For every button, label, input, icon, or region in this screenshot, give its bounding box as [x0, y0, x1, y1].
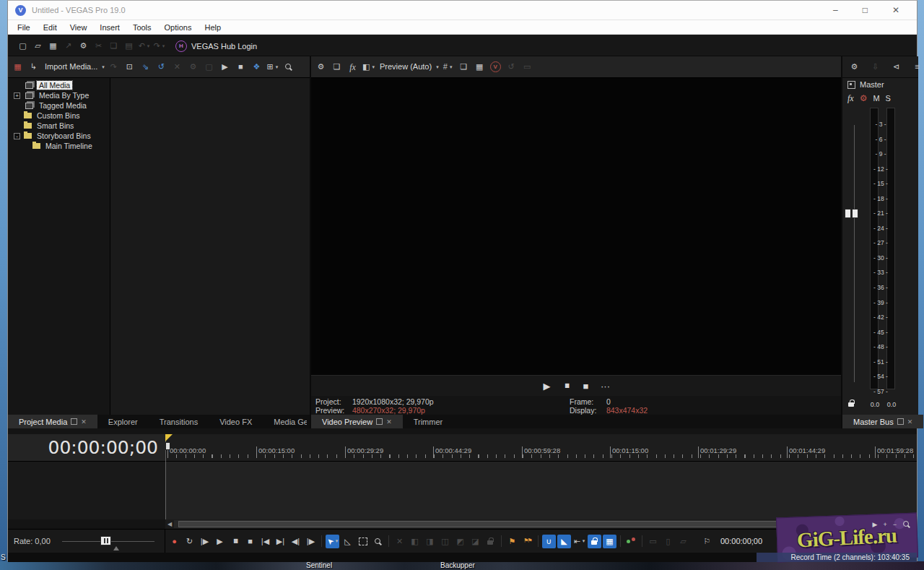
tab-explorer[interactable]: Explorer: [97, 415, 149, 428]
save-snapshot-icon[interactable]: ▦: [473, 60, 487, 74]
pin-icon[interactable]: [71, 418, 77, 425]
playhead-pin[interactable]: [165, 442, 170, 450]
desktop-icon-label[interactable]: Backupper: [440, 561, 475, 569]
play-from-start-button[interactable]: |▶: [198, 535, 212, 548]
redo-icon-dropdown[interactable]: ▾: [162, 43, 165, 49]
envelope-edit-tool[interactable]: ◺: [341, 535, 354, 548]
menu-file[interactable]: File: [11, 22, 37, 33]
dim-output-icon[interactable]: ⊲: [889, 60, 903, 74]
open-project-icon[interactable]: ▱: [31, 39, 45, 53]
project-properties-icon[interactable]: ⚙: [314, 60, 328, 74]
tree-item-main-timeline[interactable]: Main Timeline: [8, 141, 110, 151]
marker-pin-icon[interactable]: ⚐: [700, 535, 714, 548]
tab-trimmer[interactable]: Trimmer: [403, 415, 454, 428]
normal-edit-tool-dropdown[interactable]: ▾: [336, 538, 339, 544]
close-button[interactable]: ✕: [892, 5, 899, 15]
menu-insert[interactable]: Insert: [93, 22, 126, 33]
media-bin-icon[interactable]: ▦: [11, 60, 25, 74]
close-icon[interactable]: ✕: [81, 418, 87, 426]
volume-fader-handle[interactable]: [845, 209, 858, 218]
start-marker-icon[interactable]: [165, 434, 173, 441]
tree-item-tagged-media[interactable]: Tagged Media: [8, 100, 110, 111]
loop-playback-button[interactable]: ↻: [183, 535, 196, 548]
expander-icon[interactable]: +: [14, 92, 20, 99]
media-list-area[interactable]: [110, 78, 310, 415]
stop-preview-icon[interactable]: ■: [234, 60, 248, 74]
lock-envelopes-button[interactable]: [588, 535, 601, 548]
insert-marker-icon[interactable]: ⚑: [505, 535, 519, 548]
start-preview-icon[interactable]: ▶: [218, 60, 232, 74]
tree-item-custom-bins[interactable]: Custom Bins: [8, 111, 110, 121]
views-icon[interactable]: ⊞▾: [266, 60, 279, 74]
import-media-button[interactable]: Import Media...▾: [43, 60, 105, 74]
tree-item-smart-bins[interactable]: Smart Bins: [8, 121, 110, 131]
tab-media-generators[interactable]: Media Generators: [263, 415, 318, 428]
track-area[interactable]: [165, 461, 917, 519]
gear-icon[interactable]: ⚙: [847, 60, 861, 74]
tree-item-media-by-type[interactable]: +Media By Type: [8, 90, 110, 100]
tree-item-storyboard-bins[interactable]: -Storyboard Bins: [8, 131, 110, 141]
split-screen-icon[interactable]: ◧▾: [362, 60, 375, 74]
tree-item-all-media[interactable]: All Media: [8, 80, 110, 90]
vegas-capture-icon[interactable]: V: [489, 60, 502, 74]
external-monitor-icon[interactable]: ❏: [330, 60, 344, 74]
automation-gear-icon[interactable]: ⚙: [860, 93, 868, 103]
tab-project-media[interactable]: Project Media✕: [8, 415, 97, 428]
previous-frame-button[interactable]: ◀|: [289, 535, 302, 548]
next-frame-button[interactable]: |▶: [304, 535, 318, 548]
search-icon[interactable]: [282, 60, 295, 74]
time-ruler[interactable]: 00:00:00:0000:00:15:0000:00:29:2900:00:4…: [165, 434, 917, 461]
volume-fader-track[interactable]: [854, 125, 855, 382]
preview-more-options-icon[interactable]: ···: [598, 379, 612, 393]
scrollbar-track[interactable]: [174, 520, 866, 528]
preview-stop-button[interactable]: ■: [579, 379, 593, 393]
pin-icon[interactable]: [376, 418, 383, 425]
zoom-edit-tool[interactable]: [371, 535, 385, 548]
video-output-fx-icon[interactable]: fx: [346, 60, 359, 74]
stop-button[interactable]: ■: [243, 535, 257, 548]
maximize-button[interactable]: □: [863, 5, 868, 15]
timecode-display[interactable]: 00:00:00;00: [8, 434, 165, 461]
close-icon[interactable]: ✕: [386, 418, 392, 426]
solo-button[interactable]: S: [886, 94, 891, 103]
record-button[interactable]: ●: [167, 535, 181, 548]
scrollbar-thumb[interactable]: [178, 521, 783, 527]
mute-button[interactable]: M: [873, 94, 879, 103]
menu-view[interactable]: View: [64, 22, 94, 33]
ripple-type-button-dropdown[interactable]: ▾: [583, 538, 585, 544]
auto-ripple-button[interactable]: ◣: [557, 535, 571, 548]
extract-audio-icon[interactable]: ⇘: [139, 60, 152, 74]
tab-video-preview[interactable]: Video Preview✕: [311, 415, 403, 428]
play-button[interactable]: ▶: [213, 535, 227, 548]
scroll-right-icon[interactable]: ▶: [873, 521, 878, 528]
pin-icon[interactable]: [897, 418, 904, 425]
menu-options[interactable]: Options: [158, 22, 199, 33]
get-media-web-icon[interactable]: ↺: [154, 60, 168, 74]
vegas-hub-login-button[interactable]: H VEGAS Hub Login: [175, 40, 257, 52]
normal-edit-tool[interactable]: ➤▾: [326, 535, 339, 548]
close-icon[interactable]: ✕: [907, 418, 913, 426]
save-project-icon[interactable]: ▦: [46, 39, 60, 53]
properties-gear-icon[interactable]: ⚙: [77, 39, 90, 53]
split-screen-icon-dropdown[interactable]: ▾: [372, 64, 375, 70]
go-to-end-button[interactable]: ▶|: [274, 535, 287, 548]
menu-tools[interactable]: Tools: [126, 22, 158, 33]
zoom-out-timeline-button[interactable]: −: [893, 521, 897, 528]
tab-master-bus[interactable]: Master Bus✕: [842, 415, 923, 428]
ripple-type-button[interactable]: ⇤▾: [572, 535, 586, 548]
menu-edit[interactable]: Edit: [37, 22, 64, 33]
capture-video-icon[interactable]: ⊡: [123, 60, 136, 74]
preview-pause-button[interactable]: ▮▮: [559, 379, 573, 393]
scroll-left-icon[interactable]: ◀: [165, 521, 174, 527]
cursor-timecode[interactable]: 00:00:00;00: [720, 537, 762, 545]
track-header-area[interactable]: [8, 461, 165, 519]
fader-lock-icon[interactable]: [848, 400, 855, 407]
tab-transitions[interactable]: Transitions: [149, 415, 209, 428]
expander-icon[interactable]: -: [14, 133, 20, 139]
go-to-start-button[interactable]: |◀: [258, 535, 272, 548]
views-icon-dropdown[interactable]: ▾: [276, 64, 279, 70]
import-media-button-dropdown[interactable]: ▾: [102, 64, 105, 70]
undo-icon-dropdown[interactable]: ▾: [147, 43, 150, 49]
zoom-in-timeline-button[interactable]: +: [883, 521, 886, 528]
snapping-button[interactable]: ∪: [542, 535, 556, 548]
